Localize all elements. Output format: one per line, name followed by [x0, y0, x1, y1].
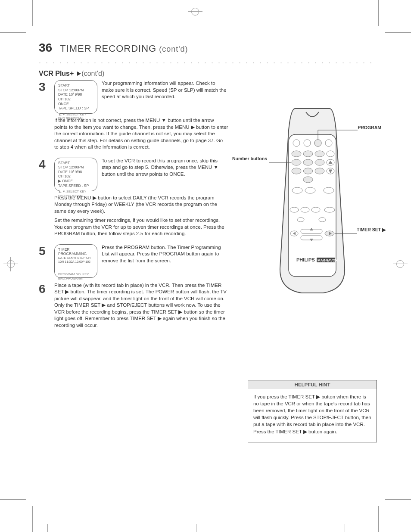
- svg-point-15: [315, 168, 324, 174]
- svg-point-22: [305, 187, 315, 193]
- helpful-hint-box: HELPFUL HINT If you press the TIMER SET …: [248, 380, 377, 442]
- helpful-hint-body: If you press the TIMER SET ▶ button when…: [248, 389, 377, 442]
- svg-point-13: [292, 168, 301, 174]
- step-text: Press the PROGRAM button. The Timer Prog…: [102, 244, 228, 264]
- section-title: VCR Plus+ (cont'd): [39, 70, 228, 78]
- svg-point-6: [292, 151, 301, 157]
- brand-magnavox: MAGNAVOX: [318, 258, 338, 262]
- brand-philips: PHILIPS: [296, 257, 315, 262]
- step-6: 6 Place a tape (with its record tab in p…: [39, 282, 228, 332]
- remote-illustration: PHILIPS MAGNAVOX PROGRAM Number buttons …: [246, 104, 379, 307]
- svg-point-10: [292, 159, 301, 165]
- page-number: 36: [39, 41, 52, 55]
- section-title-suffix: (cont'd): [81, 70, 104, 78]
- tv-screen: START STOP 12:00PM DATE 10/ 9/98 CH 102 …: [54, 80, 97, 114]
- svg-point-21: [292, 187, 302, 193]
- step-number: 3: [39, 80, 54, 93]
- callout-timer: TIMER SET ▶: [357, 227, 386, 233]
- callout-numbers: Number buttons: [224, 156, 267, 162]
- svg-point-11: [303, 159, 313, 165]
- step-text: Your programming information will appear…: [102, 80, 228, 100]
- svg-point-8: [315, 151, 324, 157]
- page-header: 36 TIMER RECORDING (cont'd): [39, 41, 375, 55]
- svg-point-29: [319, 218, 326, 222]
- tv-screen: TIMER PROGRAMMING DATE START STOP CH 10/…: [54, 244, 97, 278]
- svg-point-25: [301, 207, 309, 212]
- section-title-text: VCR Plus+: [39, 70, 74, 78]
- svg-point-24: [290, 207, 299, 212]
- step-3: 3 START STOP 12:00PM DATE 10/ 9/98 CH 10…: [39, 80, 228, 153]
- step-number: 4: [39, 158, 54, 171]
- svg-point-14: [303, 168, 313, 174]
- step-number: 6: [39, 282, 54, 295]
- remote-svg: PHILIPS MAGNAVOX: [246, 104, 379, 307]
- step-text: If the information is not correct, press…: [54, 117, 228, 151]
- step-text: To set the VCR to record this program on…: [102, 158, 228, 178]
- svg-point-43: [314, 140, 321, 146]
- step-text: Set the remaining timer recordings, if y…: [54, 217, 228, 237]
- manual-page: 36 TIMER RECORDING (cont'd) . . . . . . …: [39, 41, 375, 493]
- svg-marker-0: [77, 72, 81, 76]
- callout-program: PROGRAM: [358, 125, 381, 131]
- step-number: 5: [39, 244, 54, 257]
- svg-point-28: [297, 218, 304, 222]
- step-text: Place a tape (with its record tab in pla…: [54, 282, 228, 329]
- header-subtitle: (cont'd): [159, 45, 188, 54]
- svg-point-23: [324, 187, 334, 193]
- svg-point-2: [293, 140, 300, 146]
- svg-point-12: [315, 159, 324, 165]
- tv-screen: START STOP 12:00PM DATE 10/ 9/98 CH 102 …: [54, 158, 97, 191]
- step-text: Press the MENU ▶ button to select DAILY …: [54, 195, 228, 215]
- svg-point-16: [303, 177, 313, 183]
- svg-point-26: [311, 207, 320, 212]
- header-title: TIMER RECORDING: [60, 43, 156, 54]
- header-divider: . . . . . . . . . . . . . . . . . . . . …: [39, 56, 375, 65]
- helpful-hint-title: HELPFUL HINT: [248, 380, 377, 389]
- instruction-column: VCR Plus+ (cont'd) 3 START STOP 12:00PM …: [39, 70, 228, 331]
- step-4: 4 START STOP 12:00PM DATE 10/ 9/98 CH 10…: [39, 158, 228, 240]
- svg-point-27: [324, 207, 335, 212]
- play-icon: [76, 71, 81, 76]
- svg-point-9: [327, 151, 334, 157]
- svg-point-5: [325, 140, 332, 146]
- svg-point-3: [304, 140, 311, 146]
- svg-point-7: [303, 151, 313, 157]
- step-5: 5 TIMER PROGRAMMING DATE START STOP CH 1…: [39, 244, 228, 278]
